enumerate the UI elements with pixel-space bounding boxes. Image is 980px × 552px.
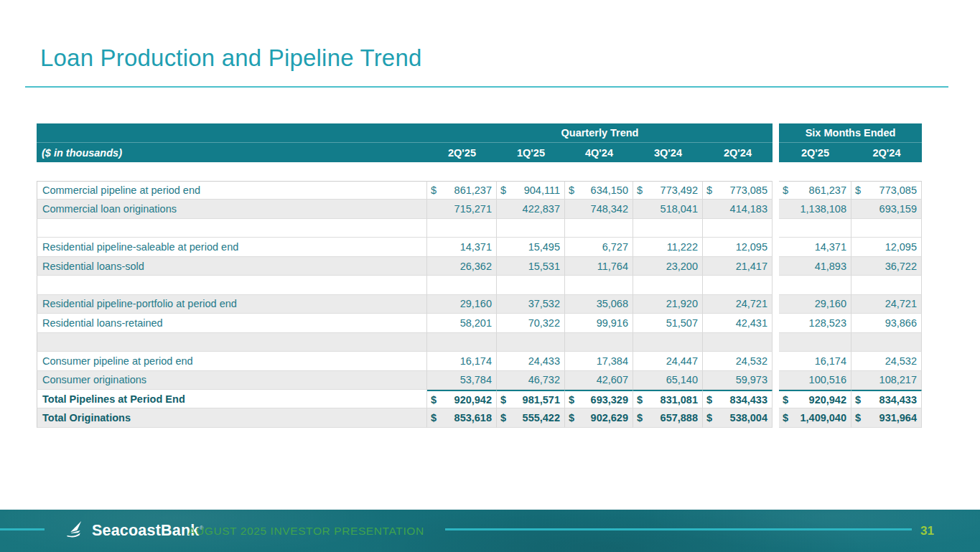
value-cell: 422,837 (497, 200, 565, 218)
column-gap (773, 390, 779, 408)
table-row: Residential loans-retained58,20170,32299… (37, 314, 922, 332)
dollar-sign: $ (783, 184, 788, 196)
value-cell: $904,111 (497, 181, 565, 200)
cell-value: 24,447 (666, 355, 698, 367)
value-cell (565, 276, 633, 294)
cell-value: 773,492 (661, 184, 698, 196)
cell-value: 14,371 (815, 241, 846, 253)
value-cell: $931,964 (851, 408, 922, 427)
header-col-6m-2q24: 2Q'24 (851, 143, 922, 162)
column-gap (773, 352, 779, 370)
table-header: Quarterly Trend Six Months Ended ($ in t… (37, 123, 922, 162)
value-cell: 65,140 (633, 371, 703, 390)
row-label: Total Pipelines at Period End (42, 393, 185, 405)
value-cell: 93,866 (851, 314, 922, 332)
header-col-q-4q24: 4Q'24 (565, 143, 633, 162)
brand-lockup: SeacoastBank® (63, 510, 204, 552)
row-label: Residential loans-sold (42, 261, 144, 272)
cell-value: 861,237 (809, 184, 846, 196)
cell-value: 41,893 (815, 261, 846, 272)
value-cell: $773,085 (851, 181, 922, 200)
cell-value: 70,322 (528, 317, 560, 329)
value-cell (851, 276, 922, 294)
row-label-cell: Consumer originations (37, 371, 427, 390)
cell-value: 93,866 (885, 317, 917, 329)
dollar-sign: $ (500, 412, 506, 424)
value-cell (427, 276, 497, 294)
header-column-gap (773, 123, 779, 162)
value-cell: 99,916 (565, 314, 633, 332)
value-cell: $861,237 (427, 181, 497, 200)
dollar-sign: $ (855, 184, 861, 196)
row-label-cell: Consumer pipeline at period end (37, 352, 427, 370)
value-cell (427, 333, 497, 352)
cell-value: 657,888 (661, 412, 698, 424)
row-label: Consumer pipeline at period end (42, 355, 193, 367)
cell-value: 853,618 (454, 412, 492, 424)
value-cell (703, 276, 773, 294)
dollar-sign: $ (637, 184, 643, 196)
value-cell: 24,721 (851, 295, 922, 314)
cell-value: 17,384 (597, 355, 628, 367)
value-cell: 16,174 (779, 352, 851, 370)
dollar-sign: $ (637, 394, 643, 406)
cell-value: 16,174 (460, 355, 492, 367)
header-blank-cell (37, 123, 427, 143)
value-cell (779, 333, 851, 352)
footer-bar: SeacoastBank® AUGUST 2025 INVESTOR PRESE… (0, 510, 980, 552)
value-cell: 14,371 (779, 238, 851, 256)
cell-value: 693,329 (591, 394, 628, 406)
value-cell (779, 276, 851, 294)
value-cell (851, 219, 922, 238)
value-cell (497, 219, 565, 238)
row-label: Residential pipeline-saleable at period … (42, 241, 238, 253)
header-col-q-2q25: 2Q'25 (427, 143, 497, 162)
value-cell (703, 333, 773, 352)
header-col-6m-2q25: 2Q'25 (779, 143, 851, 162)
cell-value: 24,433 (528, 355, 560, 367)
row-label-cell: Total Originations (37, 408, 427, 427)
cell-value: 902,629 (591, 412, 628, 424)
cell-value: 23,200 (666, 261, 698, 272)
value-cell: 518,041 (633, 200, 703, 218)
value-cell: 12,095 (851, 238, 922, 256)
dollar-sign: $ (637, 412, 643, 424)
header-group-six-months-ended: Six Months Ended (779, 123, 922, 143)
title-divider (25, 86, 948, 88)
value-cell: 24,433 (497, 352, 565, 370)
cell-value: 21,920 (666, 298, 698, 309)
cell-value: 35,068 (597, 298, 628, 309)
cell-value: 108,217 (879, 374, 917, 385)
value-cell: 100,516 (779, 371, 851, 390)
cell-value: 26,362 (460, 261, 492, 272)
value-cell: $634,150 (565, 181, 633, 200)
dollar-sign: $ (569, 412, 574, 424)
cell-value: 21,417 (736, 261, 767, 272)
value-cell: 12,095 (703, 238, 773, 256)
cell-value: 931,964 (879, 412, 917, 424)
value-cell: 70,322 (497, 314, 565, 332)
cell-value: 24,721 (885, 298, 917, 309)
value-cell: $538,004 (703, 408, 773, 427)
table-row: Commercial loan originations715,271422,8… (37, 200, 922, 218)
value-cell: $834,433 (851, 390, 922, 408)
cell-value: 12,095 (885, 241, 917, 253)
value-cell: $773,492 (633, 181, 703, 200)
seacoast-sail-logo-icon (63, 520, 85, 542)
header-unit-label: ($ in thousands) (37, 143, 427, 162)
value-cell: $834,433 (703, 390, 773, 408)
value-cell: $920,942 (779, 390, 851, 408)
cell-value: 53,784 (460, 374, 492, 385)
row-label-cell: Residential loans-retained (37, 314, 427, 332)
cell-value: 920,942 (809, 394, 846, 406)
cell-value: 14,371 (460, 241, 492, 253)
column-gap (773, 371, 779, 390)
value-cell: $831,081 (633, 390, 703, 408)
cell-value: 51,507 (666, 317, 698, 329)
cell-value: 11,222 (667, 241, 698, 253)
cell-value: 861,237 (454, 184, 492, 196)
value-cell: 24,532 (703, 352, 773, 370)
column-gap (773, 333, 779, 352)
dollar-sign: $ (569, 184, 574, 196)
row-label: Total Originations (42, 412, 131, 424)
